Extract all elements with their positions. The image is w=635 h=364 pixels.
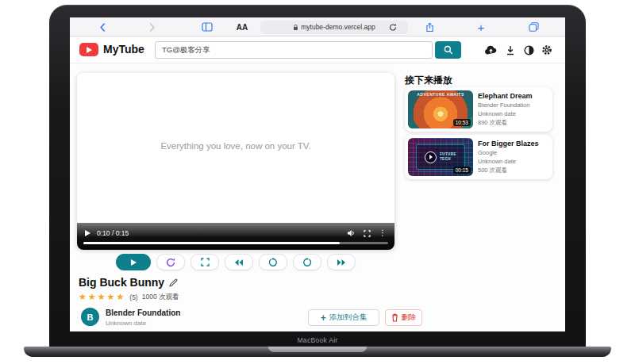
up-next-item[interactable]: ADVENTURE AWAITS 10:53 Elephant Dream Bl… bbox=[405, 87, 552, 132]
view-count: 1000 次观看 bbox=[142, 293, 179, 302]
download-icon[interactable] bbox=[503, 44, 518, 56]
rewind-button[interactable] bbox=[225, 254, 253, 270]
upload-cloud-icon[interactable] bbox=[483, 44, 498, 56]
video-player[interactable]: Everything you love, now on your TV. 0:1… bbox=[77, 73, 394, 250]
back-button[interactable] bbox=[97, 17, 108, 36]
player-controls-row bbox=[77, 254, 394, 270]
up-next-date: Unknown date bbox=[478, 110, 548, 119]
edit-pencil-icon[interactable] bbox=[169, 278, 178, 287]
forward-button[interactable] bbox=[146, 17, 157, 36]
refresh-icon[interactable] bbox=[387, 17, 398, 36]
volume-icon[interactable] bbox=[347, 229, 356, 237]
fullscreen-icon[interactable] bbox=[364, 230, 371, 237]
macbook-notch bbox=[268, 347, 367, 352]
loop-icon bbox=[166, 258, 175, 267]
url-text: mytube-demo.vercel.app bbox=[301, 23, 375, 31]
time-display: 0:10 / 0:15 bbox=[97, 229, 129, 237]
rotate-cw-icon bbox=[302, 258, 312, 267]
up-next-channel: Blender Foundation bbox=[478, 102, 548, 110]
play-button[interactable] bbox=[116, 254, 151, 270]
progress-fill bbox=[83, 242, 340, 244]
search-button[interactable] bbox=[435, 41, 461, 59]
settings-gear-icon[interactable] bbox=[540, 44, 554, 56]
video-title-row: Big Buck Bunny bbox=[79, 276, 178, 289]
rating-count: (5) bbox=[129, 293, 137, 301]
add-to-collection-label: 添加到合集 bbox=[329, 312, 368, 323]
video-title: Big Buck Bunny bbox=[79, 276, 164, 289]
fast-forward-button[interactable] bbox=[327, 254, 356, 270]
plus-icon: + bbox=[321, 312, 326, 324]
double-left-icon bbox=[234, 259, 244, 266]
duration-badge: 10:53 bbox=[453, 119, 471, 126]
star-rating[interactable]: ★★★★★ bbox=[79, 292, 125, 302]
up-next-views: 500 次观看 bbox=[478, 167, 548, 175]
upload-date: Unknown date bbox=[106, 320, 146, 327]
player-placeholder-text: Everything you love, now on your TV. bbox=[77, 141, 394, 151]
fullscreen-button[interactable] bbox=[190, 254, 219, 270]
site-header: MyTube bbox=[70, 36, 565, 63]
channel-name[interactable]: Blender Foundation bbox=[106, 308, 180, 317]
tabs-overview-icon[interactable] bbox=[527, 17, 540, 36]
sidebar-icon[interactable] bbox=[201, 17, 214, 36]
browser-toolbar: AA mytube-demo.vercel.app + bbox=[70, 17, 565, 36]
up-next-item[interactable]: FUTURETECH 00:15 For Bigger Blazes Googl… bbox=[405, 135, 552, 179]
search-icon bbox=[444, 45, 453, 55]
share-icon[interactable] bbox=[424, 17, 435, 36]
thumbnail-caption: ADVENTURE AWAITS bbox=[408, 92, 473, 97]
play-icon bbox=[131, 259, 137, 266]
lock-icon bbox=[293, 24, 298, 31]
up-next-date: Unknown date bbox=[478, 158, 548, 167]
screen: AA mytube-demo.vercel.app + MyTube bbox=[70, 17, 565, 331]
loop-button[interactable] bbox=[156, 254, 185, 270]
rating-row: ★★★★★ (5) 1000 次观看 bbox=[79, 292, 179, 302]
skip-forward-button[interactable] bbox=[293, 254, 321, 270]
progress-bar[interactable] bbox=[83, 242, 388, 244]
theme-toggle-icon[interactable] bbox=[521, 44, 536, 56]
skip-back-button[interactable] bbox=[259, 254, 287, 270]
native-video-controls: 0:10 / 0:15 ⋮ bbox=[77, 223, 394, 250]
fullscreen-corners-icon bbox=[201, 258, 210, 266]
new-tab-button[interactable]: + bbox=[475, 17, 487, 36]
more-options-icon[interactable]: ⋮ bbox=[379, 229, 387, 237]
channel-avatar[interactable]: B bbox=[81, 308, 99, 326]
thumbnail: FUTURETECH 00:15 bbox=[408, 138, 473, 176]
up-next-views: 890 次观看 bbox=[478, 119, 548, 128]
rotate-ccw-icon bbox=[268, 258, 278, 267]
mytube-logo-icon[interactable] bbox=[79, 43, 98, 56]
reader-aa-button[interactable]: AA bbox=[235, 17, 249, 36]
native-play-icon[interactable] bbox=[85, 230, 90, 236]
up-next-title: Elephant Dream bbox=[478, 92, 548, 100]
up-next-heading: 接下来播放 bbox=[405, 74, 452, 87]
thumb-play-icon bbox=[425, 151, 437, 163]
double-right-icon bbox=[337, 259, 346, 266]
site-title[interactable]: MyTube bbox=[103, 43, 144, 56]
device-label: MacBook Air bbox=[49, 336, 586, 344]
delete-button[interactable]: 删除 bbox=[385, 309, 422, 326]
add-to-collection-button[interactable]: + 添加到合集 bbox=[308, 309, 379, 326]
macbook-base bbox=[24, 347, 611, 357]
search-input[interactable] bbox=[155, 41, 433, 59]
thumbnail: ADVENTURE AWAITS 10:53 bbox=[408, 90, 473, 128]
macbook-bezel: AA mytube-demo.vercel.app + MyTube bbox=[49, 5, 586, 347]
url-field[interactable]: mytube-demo.vercel.app bbox=[260, 21, 408, 34]
delete-label: 删除 bbox=[402, 312, 417, 323]
up-next-title: For Bigger Blazes bbox=[478, 140, 548, 148]
trash-icon bbox=[391, 313, 398, 322]
duration-badge: 00:15 bbox=[453, 167, 471, 174]
up-next-channel: Google bbox=[478, 149, 548, 158]
